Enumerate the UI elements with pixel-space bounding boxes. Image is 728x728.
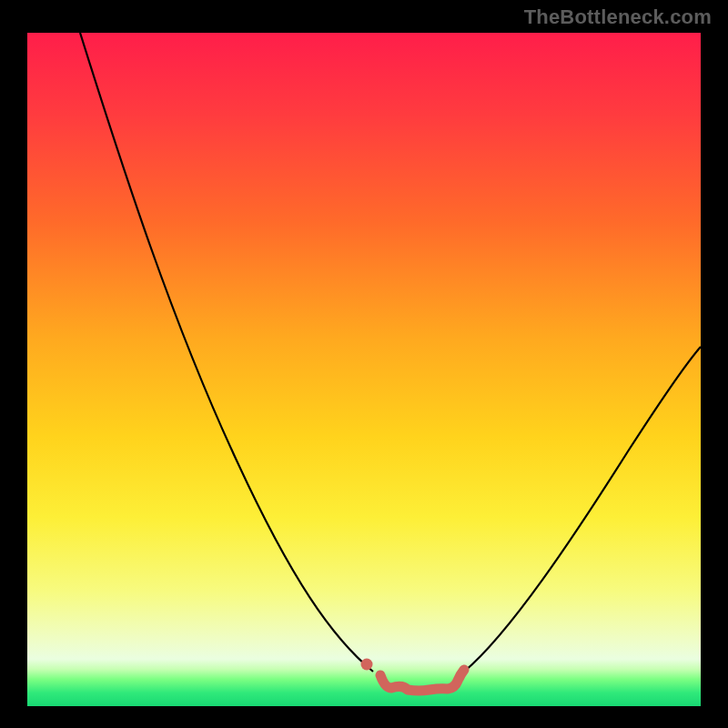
right-curve [464, 347, 701, 672]
red-dot [361, 659, 373, 671]
overlay-svg [27, 33, 701, 706]
plot-frame [27, 33, 701, 706]
watermark-text: TheBottleneck.com [524, 5, 712, 29]
red-squiggle [380, 670, 464, 691]
left-curve [80, 33, 373, 672]
